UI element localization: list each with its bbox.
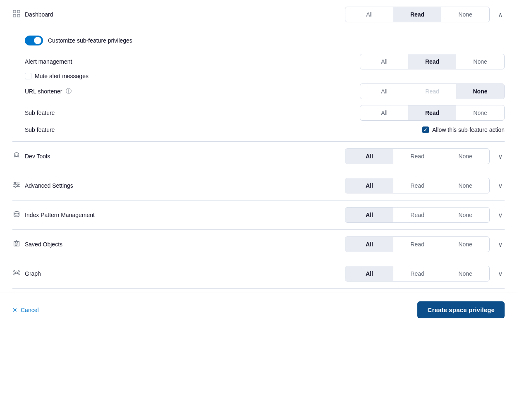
content-area: Dashboard All Read None ∧ xyxy=(0,0,517,289)
dashboard-icon xyxy=(12,10,21,19)
cancel-button[interactable]: ✕ Cancel xyxy=(12,307,39,313)
dashboard-none-option[interactable]: None xyxy=(441,7,489,22)
saved-objects-expand-button[interactable]: ∨ xyxy=(496,239,505,250)
chevron-up-icon: ∧ xyxy=(498,11,503,18)
svg-line-18 xyxy=(15,272,16,272)
page-wrapper: Dashboard All Read None ∧ xyxy=(0,0,517,420)
index-pattern-name: Index Pattern Management xyxy=(25,212,95,218)
graph-all-option[interactable]: All xyxy=(345,266,393,281)
sf1-all-option[interactable]: All xyxy=(360,105,408,120)
sf1-none-option[interactable]: None xyxy=(456,105,504,120)
allow-sub-feature-checkbox[interactable] xyxy=(422,126,429,133)
svg-point-10 xyxy=(17,184,19,186)
alert-management-block: Alert management All Read None Mute aler… xyxy=(25,54,505,79)
url-none-option[interactable]: None xyxy=(456,84,504,99)
ip-all-option[interactable]: All xyxy=(345,208,393,222)
dt-none-option[interactable]: None xyxy=(441,149,489,164)
chevron-down-icon: ∨ xyxy=(498,182,503,189)
so-none-option[interactable]: None xyxy=(441,237,489,252)
alert-management-selector: All Read None xyxy=(360,54,505,69)
so-read-option[interactable]: Read xyxy=(393,237,441,252)
cancel-x-icon: ✕ xyxy=(12,307,17,313)
url-all-option[interactable]: All xyxy=(360,84,408,99)
ip-read-option[interactable]: Read xyxy=(393,208,441,222)
dashboard-feature-label: Dashboard xyxy=(25,11,53,18)
dt-read-option[interactable]: Read xyxy=(393,149,441,164)
sub-feature-2-label: Sub feature xyxy=(25,126,422,133)
sub-feature-2-block: Sub feature Allow this sub-feature actio… xyxy=(25,126,505,133)
alert-management-row: Alert management All Read None xyxy=(25,54,505,69)
graph-name: Graph xyxy=(25,270,41,277)
url-shortener-block: URL shortener ⓘ All Read None xyxy=(25,84,505,99)
index-pattern-label: Index Pattern Management xyxy=(12,210,345,220)
dev-tools-expand-button[interactable]: ∨ xyxy=(496,151,505,162)
graph-expand-button[interactable]: ∨ xyxy=(496,268,505,279)
svg-line-21 xyxy=(17,273,18,274)
dashboard-all-option[interactable]: All xyxy=(345,7,393,22)
sub-feature-1-selector: All Read None xyxy=(360,105,505,121)
dt-all-option[interactable]: All xyxy=(345,149,393,164)
svg-rect-3 xyxy=(17,14,20,17)
url-read-option[interactable]: Read xyxy=(408,84,456,99)
saved-objects-selector: All Read None xyxy=(345,236,490,252)
dev-tools-name: Dev Tools xyxy=(25,153,50,160)
graph-icon xyxy=(12,269,21,278)
sub-features-section: Customize sub-feature privileges Alert m… xyxy=(12,29,505,141)
url-shortener-row: URL shortener ⓘ All Read None xyxy=(25,84,505,99)
customize-toggle-label: Customize sub-feature privileges xyxy=(48,37,132,44)
advanced-settings-selector: All Read None xyxy=(345,178,490,193)
saved-objects-icon xyxy=(12,240,21,249)
advanced-settings-icon xyxy=(12,181,21,190)
mute-alert-label: Mute alert messages xyxy=(35,73,89,79)
saved-objects-row: Saved Objects All Read None ∨ xyxy=(12,230,505,259)
allow-sub-feature-checkbox-row: Allow this sub-feature action xyxy=(422,126,505,133)
svg-rect-0 xyxy=(13,10,16,13)
dashboard-privilege-selector: All Read None xyxy=(345,7,490,22)
mute-alert-checkbox-row: Mute alert messages xyxy=(25,73,505,79)
url-shortener-info-icon[interactable]: ⓘ xyxy=(66,88,72,95)
svg-rect-2 xyxy=(13,14,16,17)
create-privilege-button[interactable]: Create space privilege xyxy=(417,301,505,318)
dashboard-collapse-button[interactable]: ∧ xyxy=(496,9,505,20)
svg-line-19 xyxy=(17,272,18,272)
dashboard-label: Dashboard xyxy=(12,10,345,19)
dashboard-read-option[interactable]: Read xyxy=(393,7,441,22)
advanced-settings-expand-button[interactable]: ∨ xyxy=(496,180,505,191)
as-none-option[interactable]: None xyxy=(441,178,489,193)
dashboard-section: Dashboard All Read None ∧ xyxy=(12,0,505,142)
alert-all-option[interactable]: All xyxy=(360,54,408,69)
dev-tools-icon xyxy=(12,152,21,161)
cancel-label: Cancel xyxy=(21,307,39,313)
alert-none-option[interactable]: None xyxy=(456,54,504,69)
chevron-down-icon: ∨ xyxy=(498,212,503,219)
as-read-option[interactable]: Read xyxy=(393,178,441,193)
url-shortener-selector: All Read None xyxy=(360,84,505,99)
saved-objects-name: Saved Objects xyxy=(25,241,62,248)
chevron-down-icon: ∨ xyxy=(498,270,503,277)
index-pattern-expand-button[interactable]: ∨ xyxy=(496,210,505,221)
toggle-slider xyxy=(25,36,43,45)
advanced-settings-label: Advanced Settings xyxy=(12,181,345,190)
svg-point-5 xyxy=(17,155,18,155)
saved-objects-label: Saved Objects xyxy=(12,240,345,249)
graph-none-option[interactable]: None xyxy=(441,266,489,281)
create-privilege-label: Create space privilege xyxy=(427,306,495,313)
as-all-option[interactable]: All xyxy=(345,178,393,193)
sub-feature-2-row: Sub feature Allow this sub-feature actio… xyxy=(25,126,505,133)
graph-read-option[interactable]: Read xyxy=(393,266,441,281)
mute-alert-checkbox[interactable] xyxy=(25,73,31,79)
graph-selector: All Read None xyxy=(345,266,490,282)
customize-toggle[interactable] xyxy=(25,36,43,45)
alert-read-option[interactable]: Read xyxy=(408,54,456,69)
svg-point-13 xyxy=(16,272,18,274)
customize-toggle-row: Customize sub-feature privileges xyxy=(25,36,505,45)
sub-feature-1-block: Sub feature All Read None xyxy=(25,105,505,121)
sub-feature-1-row: Sub feature All Read None xyxy=(25,105,505,121)
ip-none-option[interactable]: None xyxy=(441,208,489,222)
sf1-read-option[interactable]: Read xyxy=(408,105,456,120)
svg-point-4 xyxy=(15,155,16,155)
advanced-settings-name: Advanced Settings xyxy=(25,182,73,189)
graph-label: Graph xyxy=(12,269,345,278)
allow-sub-feature-label: Allow this sub-feature action xyxy=(432,126,505,133)
so-all-option[interactable]: All xyxy=(345,237,393,252)
